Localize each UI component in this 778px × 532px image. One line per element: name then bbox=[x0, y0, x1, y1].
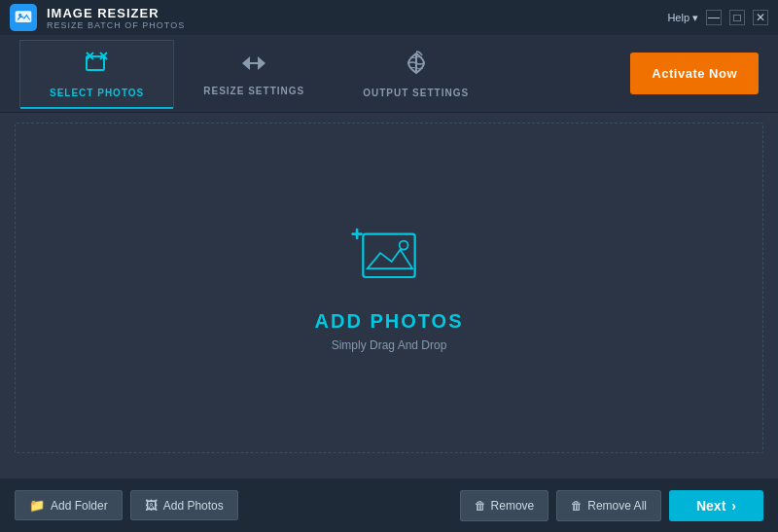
drop-zone[interactable]: ADD PHOTOS Simply Drag And Drop bbox=[15, 123, 763, 453]
bottom-left-actions: 📁 Add Folder 🖼 Add Photos bbox=[15, 490, 238, 520]
select-photos-icon bbox=[84, 50, 111, 83]
next-button[interactable]: Next › bbox=[669, 490, 763, 521]
drag-drop-label: Simply Drag And Drop bbox=[332, 338, 447, 352]
add-photos-button-label: Add Photos bbox=[163, 499, 224, 513]
next-arrow-icon: › bbox=[731, 498, 736, 514]
app-title-block: IMAGE RESIZER RESIZE BATCH OF PHOTOS bbox=[47, 6, 185, 30]
activate-now-button[interactable]: Activate Now bbox=[630, 53, 759, 94]
tab-select-photos-label: SELECT PHOTOS bbox=[50, 88, 144, 98]
app-logo bbox=[10, 4, 37, 31]
help-button[interactable]: Help ▾ bbox=[667, 12, 698, 24]
next-label: Next bbox=[696, 498, 725, 514]
photo-icon: 🖼 bbox=[145, 498, 158, 513]
window-controls: Help ▾ — □ ✕ bbox=[667, 10, 768, 25]
remove-all-label: Remove All bbox=[587, 499, 647, 513]
svg-point-1 bbox=[18, 14, 21, 17]
add-photos-button[interactable]: 🖼 Add Photos bbox=[130, 490, 238, 520]
folder-icon: 📁 bbox=[29, 498, 45, 513]
add-folder-button[interactable]: 📁 Add Folder bbox=[15, 490, 123, 520]
add-folder-label: Add Folder bbox=[51, 499, 108, 513]
minimize-button[interactable]: — bbox=[706, 10, 722, 25]
trash-all-icon: 🗑 bbox=[571, 499, 583, 513]
app-logo-icon bbox=[14, 8, 33, 27]
svg-rect-4 bbox=[363, 234, 414, 277]
app-title: IMAGE RESIZER bbox=[47, 6, 185, 20]
svg-point-5 bbox=[400, 241, 408, 250]
tab-output-settings-label: OUTPUT SETTINGS bbox=[363, 88, 469, 98]
resize-settings-icon bbox=[240, 52, 267, 81]
titlebar: IMAGE RESIZER RESIZE BATCH OF PHOTOS Hel… bbox=[0, 0, 778, 35]
trash-icon: 🗑 bbox=[475, 499, 486, 513]
tab-resize-settings-label: RESIZE SETTINGS bbox=[203, 86, 304, 96]
tab-select-photos[interactable]: SELECT PHOTOS bbox=[19, 40, 174, 108]
add-photos-icon bbox=[350, 224, 428, 296]
tab-resize-settings[interactable]: RESIZE SETTINGS bbox=[174, 40, 334, 108]
close-button[interactable]: ✕ bbox=[753, 10, 768, 25]
app-subtitle: RESIZE BATCH OF PHOTOS bbox=[47, 20, 185, 30]
svg-rect-0 bbox=[16, 11, 32, 22]
tab-output-settings[interactable]: OUTPUT SETTINGS bbox=[334, 40, 498, 108]
remove-label: Remove bbox=[491, 499, 535, 513]
remove-button[interactable]: 🗑 Remove bbox=[460, 490, 549, 521]
chevron-down-icon: ▾ bbox=[692, 12, 698, 24]
remove-all-button[interactable]: 🗑 Remove All bbox=[556, 490, 661, 521]
tabbar: SELECT PHOTOS RESIZE SETTINGS bbox=[0, 35, 778, 113]
add-photos-label: ADD PHOTOS bbox=[315, 310, 464, 333]
bottom-right-actions: 🗑 Remove 🗑 Remove All Next › bbox=[460, 490, 763, 521]
bottombar: 📁 Add Folder 🖼 Add Photos 🗑 Remove 🗑 Rem… bbox=[0, 479, 778, 532]
output-settings-icon bbox=[403, 50, 430, 83]
maximize-button[interactable]: □ bbox=[729, 10, 745, 25]
